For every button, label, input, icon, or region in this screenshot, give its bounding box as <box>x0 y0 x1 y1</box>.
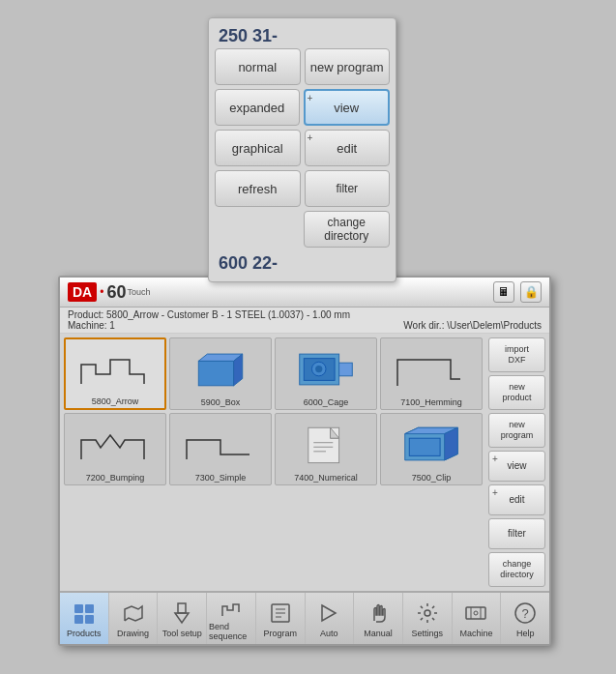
da-logo: DA • 60 Touch <box>68 282 151 303</box>
svg-marker-16 <box>445 427 458 460</box>
toolbar-machine-label: Machine <box>459 629 492 638</box>
da-logo-dot: • <box>100 285 103 299</box>
product-7300-simple-image <box>172 418 269 471</box>
svg-text:?: ? <box>522 606 529 621</box>
product-5900-box-image <box>172 342 269 396</box>
toolbar-toolsetup-label: Tool setup <box>162 629 202 638</box>
product-7500-clip-label: 7500_Clip <box>412 473 452 483</box>
import-dxf-button[interactable]: importDXF <box>488 337 545 372</box>
popup-menu: 250 31- normal new program expanded + vi… <box>208 17 396 282</box>
product-7100-hemming[interactable]: 7100_Hemming <box>380 337 483 410</box>
svg-marker-28 <box>322 605 336 621</box>
svg-rect-18 <box>74 604 83 613</box>
svg-rect-30 <box>466 607 485 619</box>
bendsequence-icon <box>218 597 245 620</box>
product-7400-numerical[interactable]: 7400_Numerical <box>275 413 377 485</box>
toolbar-machine-button[interactable]: Machine <box>453 593 502 644</box>
da-infobar: Product: 5800_Arrow - Customer B - 1 STE… <box>60 308 549 334</box>
da-logo-touch: Touch <box>127 287 150 297</box>
da-logo-box: DA <box>68 282 97 302</box>
product-7100-hemming-label: 7100_Hemming <box>400 397 462 407</box>
settings-icon <box>414 600 441 627</box>
graphical-button[interactable]: graphical <box>215 130 301 166</box>
view-plus-icon: + <box>308 93 313 103</box>
toolbar-bendsequence-button[interactable]: Bend sequence <box>207 593 256 644</box>
da-grid-area: 5800_Arrow 5900_Box <box>60 334 486 591</box>
toolbar-drawing-button[interactable]: Drawing <box>109 593 159 644</box>
popup-row-2: expanded + view <box>215 89 390 126</box>
machine-info: Machine: 1 <box>68 320 115 331</box>
toolbar-auto-label: Auto <box>320 629 338 638</box>
products-icon <box>71 600 98 627</box>
toolbar-toolsetup-button[interactable]: Tool setup <box>158 593 207 644</box>
auto-icon <box>315 600 342 627</box>
manual-icon <box>365 600 392 627</box>
expanded-button[interactable]: expanded <box>215 89 300 126</box>
lock-icon[interactable]: 🔒 <box>520 281 542 303</box>
product-7200-bumping-image <box>67 418 163 471</box>
toolbar-program-button[interactable]: Program <box>256 593 306 644</box>
product-6000-cage-label: 6000_Cage <box>304 397 349 407</box>
product-7400-numerical-label: 7400_Numerical <box>294 473 358 483</box>
product-7500-clip-image <box>383 418 480 471</box>
toolbar-auto-button[interactable]: Auto <box>306 593 355 644</box>
toolbar-manual-button[interactable]: Manual <box>354 593 403 644</box>
toolsetup-icon <box>168 600 195 627</box>
edit-sidebar-button[interactable]: edit <box>488 484 545 515</box>
change-directory-sidebar-button[interactable]: changedirectory <box>488 552 545 587</box>
toolbar-products-label: Products <box>67 629 102 638</box>
program-icon <box>267 600 294 627</box>
new-program-sidebar-button[interactable]: newprogram <box>488 413 545 448</box>
da-window: DA • 60 Touch 🖩 🔒 Product: 5800_Arrow - … <box>58 276 551 646</box>
toolbar-settings-button[interactable]: Settings <box>403 593 453 644</box>
toolbar-manual-label: Manual <box>364 629 393 638</box>
svg-rect-0 <box>198 361 233 385</box>
filter-button[interactable]: filter <box>305 170 391 207</box>
product-5800-arrow[interactable]: 5800_Arrow <box>64 337 166 410</box>
new-product-button[interactable]: newproduct <box>488 375 545 410</box>
svg-rect-19 <box>85 604 94 613</box>
edit-button[interactable]: + edit <box>305 130 391 166</box>
product-7500-clip[interactable]: 7500_Clip <box>380 413 483 485</box>
product-7300-simple-label: 7300_Simple <box>195 473 247 483</box>
popup-row-4: refresh filter <box>215 170 390 207</box>
product-7400-numerical-image <box>278 418 374 471</box>
drawing-icon <box>120 600 147 627</box>
edit-plus-icon: + <box>308 132 313 143</box>
da-product-grid: 5800_Arrow 5900_Box <box>64 337 483 485</box>
new-program-button[interactable]: new program <box>305 48 391 85</box>
change-directory-button[interactable]: change directory <box>304 211 391 248</box>
popup-number-top-row: 250 31- <box>215 24 390 48</box>
product-5900-box[interactable]: 5900_Box <box>169 337 272 410</box>
toolbar-drawing-label: Drawing <box>117 629 149 638</box>
svg-rect-21 <box>85 615 94 624</box>
refresh-button[interactable]: refresh <box>215 170 301 207</box>
da-titlebar-icons: 🖩 🔒 <box>493 281 542 303</box>
product-5900-box-label: 5900_Box <box>201 397 241 407</box>
toolbar-settings-label: Settings <box>412 629 444 638</box>
toolbar-help-label: Help <box>516 629 535 638</box>
toolbar-help-button[interactable]: ? Help <box>501 593 549 644</box>
da-toolbar: Products Drawing Tool setup <box>60 591 549 644</box>
filter-sidebar-button[interactable]: filter <box>488 518 545 549</box>
product-info: Product: 5800_Arrow - Customer B - 1 STE… <box>68 309 542 320</box>
product-7200-bumping-label: 7200_Bumping <box>86 473 145 483</box>
product-6000-cage[interactable]: 6000_Cage <box>275 337 377 410</box>
product-7200-bumping[interactable]: 7200_Bumping <box>64 413 166 485</box>
svg-point-29 <box>425 610 430 616</box>
calculator-icon[interactable]: 🖩 <box>493 281 514 303</box>
view-sidebar-button[interactable]: view <box>488 451 545 482</box>
da-logo-num: 60 <box>106 282 126 303</box>
da-sidebar: importDXF newproduct newprogram view edi… <box>486 334 549 591</box>
machine-icon <box>462 600 489 627</box>
popup-row-1: normal new program <box>215 48 390 85</box>
view-button[interactable]: + view <box>304 89 391 126</box>
toolbar-program-label: Program <box>263 629 297 638</box>
normal-button[interactable]: normal <box>215 48 301 85</box>
popup-row-5: change directory <box>215 211 390 248</box>
popup-number-top: 250 31- <box>219 26 278 46</box>
product-7300-simple[interactable]: 7300_Simple <box>169 413 272 485</box>
svg-rect-22 <box>178 603 186 613</box>
popup-number-bottom-row: 600 22- <box>215 251 390 276</box>
toolbar-products-button[interactable]: Products <box>60 593 109 644</box>
